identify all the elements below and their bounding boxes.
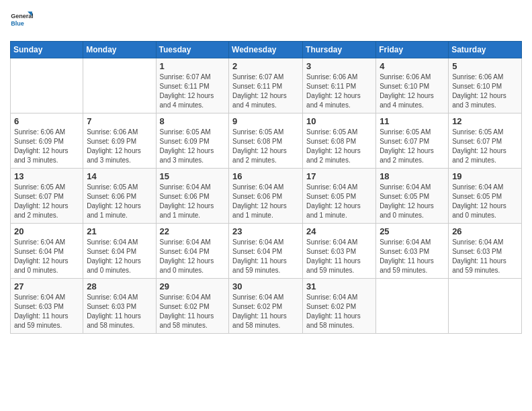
- day-number: 1: [160, 61, 226, 71]
- calendar-cell: 24Sunrise: 6:04 AM Sunset: 6:03 PM Dayli…: [303, 224, 376, 279]
- day-number: 20: [14, 226, 79, 236]
- calendar-cell: 13Sunrise: 6:05 AM Sunset: 6:07 PM Dayli…: [11, 169, 83, 224]
- day-info: Sunrise: 6:06 AM Sunset: 6:09 PM Dayligh…: [14, 128, 79, 165]
- day-number: 31: [306, 281, 372, 291]
- day-number: 26: [452, 226, 518, 236]
- page-header: General Blue: [10, 7, 522, 36]
- day-number: 3: [306, 61, 372, 71]
- calendar-cell: 31Sunrise: 6:04 AM Sunset: 6:02 PM Dayli…: [303, 279, 376, 334]
- day-info: Sunrise: 6:05 AM Sunset: 6:08 PM Dayligh…: [232, 128, 299, 165]
- calendar-cell: 8Sunrise: 6:05 AM Sunset: 6:09 PM Daylig…: [156, 113, 229, 169]
- day-info: Sunrise: 6:04 AM Sunset: 6:03 PM Dayligh…: [87, 293, 152, 330]
- calendar-cell: 6Sunrise: 6:06 AM Sunset: 6:09 PM Daylig…: [11, 113, 83, 169]
- day-info: Sunrise: 6:04 AM Sunset: 6:02 PM Dayligh…: [232, 293, 299, 330]
- calendar-cell: 20Sunrise: 6:04 AM Sunset: 6:04 PM Dayli…: [11, 224, 83, 279]
- calendar-cell: [449, 279, 522, 334]
- day-info: Sunrise: 6:05 AM Sunset: 6:09 PM Dayligh…: [160, 128, 226, 165]
- calendar-cell: 22Sunrise: 6:04 AM Sunset: 6:04 PM Dayli…: [156, 224, 229, 279]
- svg-text:General: General: [11, 13, 33, 19]
- calendar-week-row: 13Sunrise: 6:05 AM Sunset: 6:07 PM Dayli…: [11, 169, 522, 224]
- calendar-header: SundayMondayTuesdayWednesdayThursdayFrid…: [11, 42, 522, 58]
- day-number: 5: [452, 61, 518, 71]
- calendar-header-row: SundayMondayTuesdayWednesdayThursdayFrid…: [11, 42, 522, 58]
- day-info: Sunrise: 6:05 AM Sunset: 6:06 PM Dayligh…: [87, 183, 152, 220]
- day-number: 14: [87, 171, 152, 181]
- day-info: Sunrise: 6:04 AM Sunset: 6:03 PM Dayligh…: [452, 238, 518, 275]
- day-number: 6: [14, 116, 79, 126]
- day-number: 8: [160, 116, 226, 126]
- day-number: 18: [380, 171, 445, 181]
- logo-svg: General Blue: [10, 10, 33, 33]
- calendar-body: 1Sunrise: 6:07 AM Sunset: 6:11 PM Daylig…: [11, 58, 522, 334]
- day-number: 27: [14, 281, 79, 291]
- day-number: 15: [160, 171, 226, 181]
- calendar-cell: 1Sunrise: 6:07 AM Sunset: 6:11 PM Daylig…: [156, 58, 229, 113]
- day-number: 24: [306, 226, 372, 236]
- calendar-cell: 15Sunrise: 6:04 AM Sunset: 6:06 PM Dayli…: [156, 169, 229, 224]
- weekday-header: Wednesday: [229, 42, 303, 58]
- calendar-week-row: 27Sunrise: 6:04 AM Sunset: 6:03 PM Dayli…: [11, 279, 522, 334]
- calendar-cell: 18Sunrise: 6:04 AM Sunset: 6:05 PM Dayli…: [376, 169, 449, 224]
- day-info: Sunrise: 6:06 AM Sunset: 6:10 PM Dayligh…: [452, 73, 518, 110]
- calendar-cell: 14Sunrise: 6:05 AM Sunset: 6:06 PM Dayli…: [83, 169, 156, 224]
- day-number: 12: [452, 116, 518, 126]
- day-number: 22: [160, 226, 226, 236]
- calendar-cell: 16Sunrise: 6:04 AM Sunset: 6:06 PM Dayli…: [229, 169, 303, 224]
- day-info: Sunrise: 6:04 AM Sunset: 6:03 PM Dayligh…: [306, 238, 372, 275]
- day-number: 29: [160, 281, 226, 291]
- day-number: 9: [232, 116, 299, 126]
- day-info: Sunrise: 6:04 AM Sunset: 6:03 PM Dayligh…: [14, 293, 79, 330]
- day-number: 19: [452, 171, 518, 181]
- calendar-cell: 25Sunrise: 6:04 AM Sunset: 6:03 PM Dayli…: [376, 224, 449, 279]
- day-number: 23: [232, 226, 299, 236]
- calendar-cell: 19Sunrise: 6:04 AM Sunset: 6:05 PM Dayli…: [449, 169, 522, 224]
- day-number: 17: [306, 171, 372, 181]
- day-info: Sunrise: 6:04 AM Sunset: 6:04 PM Dayligh…: [87, 238, 152, 275]
- day-info: Sunrise: 6:04 AM Sunset: 6:06 PM Dayligh…: [160, 183, 226, 220]
- calendar-cell: 10Sunrise: 6:05 AM Sunset: 6:08 PM Dayli…: [303, 113, 376, 169]
- day-info: Sunrise: 6:04 AM Sunset: 6:05 PM Dayligh…: [380, 183, 445, 220]
- day-number: 16: [232, 171, 299, 181]
- calendar-cell: 23Sunrise: 6:04 AM Sunset: 6:04 PM Dayli…: [229, 224, 303, 279]
- calendar-table: SundayMondayTuesdayWednesdayThursdayFrid…: [10, 41, 522, 334]
- day-info: Sunrise: 6:07 AM Sunset: 6:11 PM Dayligh…: [160, 73, 226, 110]
- day-info: Sunrise: 6:04 AM Sunset: 6:02 PM Dayligh…: [306, 293, 372, 330]
- day-info: Sunrise: 6:04 AM Sunset: 6:05 PM Dayligh…: [452, 183, 518, 220]
- weekday-header: Tuesday: [156, 42, 229, 58]
- day-number: 28: [87, 281, 152, 291]
- calendar-cell: [83, 58, 156, 113]
- day-info: Sunrise: 6:07 AM Sunset: 6:11 PM Dayligh…: [232, 73, 299, 110]
- day-info: Sunrise: 6:04 AM Sunset: 6:02 PM Dayligh…: [160, 293, 226, 330]
- day-info: Sunrise: 6:04 AM Sunset: 6:06 PM Dayligh…: [232, 183, 299, 220]
- day-info: Sunrise: 6:06 AM Sunset: 6:11 PM Dayligh…: [306, 73, 372, 110]
- day-info: Sunrise: 6:05 AM Sunset: 6:08 PM Dayligh…: [306, 128, 372, 165]
- day-info: Sunrise: 6:06 AM Sunset: 6:09 PM Dayligh…: [87, 128, 152, 165]
- weekday-header: Sunday: [11, 42, 83, 58]
- calendar-cell: 27Sunrise: 6:04 AM Sunset: 6:03 PM Dayli…: [11, 279, 83, 334]
- calendar-cell: 29Sunrise: 6:04 AM Sunset: 6:02 PM Dayli…: [156, 279, 229, 334]
- calendar-cell: 21Sunrise: 6:04 AM Sunset: 6:04 PM Dayli…: [83, 224, 156, 279]
- day-number: 13: [14, 171, 79, 181]
- calendar-cell: 3Sunrise: 6:06 AM Sunset: 6:11 PM Daylig…: [303, 58, 376, 113]
- calendar-week-row: 20Sunrise: 6:04 AM Sunset: 6:04 PM Dayli…: [11, 224, 522, 279]
- calendar-cell: 9Sunrise: 6:05 AM Sunset: 6:08 PM Daylig…: [229, 113, 303, 169]
- day-number: 30: [232, 281, 299, 291]
- weekday-header: Thursday: [303, 42, 376, 58]
- day-number: 11: [380, 116, 445, 126]
- calendar-cell: 12Sunrise: 6:05 AM Sunset: 6:07 PM Dayli…: [449, 113, 522, 169]
- calendar-cell: 7Sunrise: 6:06 AM Sunset: 6:09 PM Daylig…: [83, 113, 156, 169]
- day-info: Sunrise: 6:04 AM Sunset: 6:03 PM Dayligh…: [380, 238, 445, 275]
- logo: General Blue: [10, 10, 36, 36]
- weekday-header: Friday: [376, 42, 449, 58]
- calendar-cell: 5Sunrise: 6:06 AM Sunset: 6:10 PM Daylig…: [449, 58, 522, 113]
- day-number: 2: [232, 61, 299, 71]
- day-info: Sunrise: 6:04 AM Sunset: 6:05 PM Dayligh…: [306, 183, 372, 220]
- calendar-week-row: 1Sunrise: 6:07 AM Sunset: 6:11 PM Daylig…: [11, 58, 522, 113]
- day-number: 4: [380, 61, 445, 71]
- calendar-week-row: 6Sunrise: 6:06 AM Sunset: 6:09 PM Daylig…: [11, 113, 522, 169]
- calendar-cell: 28Sunrise: 6:04 AM Sunset: 6:03 PM Dayli…: [83, 279, 156, 334]
- day-info: Sunrise: 6:05 AM Sunset: 6:07 PM Dayligh…: [14, 183, 79, 220]
- day-info: Sunrise: 6:05 AM Sunset: 6:07 PM Dayligh…: [452, 128, 518, 165]
- weekday-header: Monday: [83, 42, 156, 58]
- calendar-cell: 26Sunrise: 6:04 AM Sunset: 6:03 PM Dayli…: [449, 224, 522, 279]
